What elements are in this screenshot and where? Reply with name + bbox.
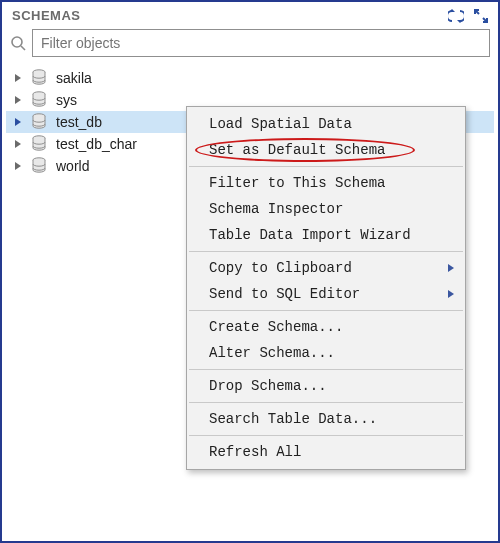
menu-separator bbox=[189, 402, 463, 403]
database-icon bbox=[30, 113, 48, 131]
schema-item-label: sakila bbox=[56, 67, 92, 89]
context-menu-item-label: Table Data Import Wizard bbox=[209, 227, 411, 243]
context-menu-item[interactable]: Table Data Import Wizard bbox=[187, 222, 465, 248]
context-menu-item-label: Create Schema... bbox=[209, 319, 343, 335]
database-icon bbox=[30, 91, 48, 109]
expand-triangle-icon[interactable] bbox=[12, 160, 24, 172]
submenu-arrow-icon bbox=[447, 289, 455, 299]
expand-triangle-icon[interactable] bbox=[12, 116, 24, 128]
context-menu-item[interactable]: Schema Inspector bbox=[187, 196, 465, 222]
context-menu-item[interactable]: Send to SQL Editor bbox=[187, 281, 465, 307]
submenu-arrow-icon bbox=[447, 263, 455, 273]
schema-context-menu: Load Spatial DataSet as Default SchemaFi… bbox=[186, 106, 466, 470]
context-menu-item-label: Load Spatial Data bbox=[209, 116, 352, 132]
panel-header: SCHEMAS bbox=[2, 2, 498, 27]
svg-marker-10 bbox=[15, 118, 21, 126]
context-menu-item[interactable]: Set as Default Schema bbox=[187, 137, 465, 163]
expand-triangle-icon[interactable] bbox=[12, 138, 24, 150]
context-menu-item[interactable]: Refresh All bbox=[187, 439, 465, 465]
context-menu-item-label: Refresh All bbox=[209, 444, 301, 460]
expand-triangle-icon[interactable] bbox=[12, 94, 24, 106]
search-icon bbox=[10, 35, 26, 51]
context-menu-item[interactable]: Load Spatial Data bbox=[187, 111, 465, 137]
svg-marker-17 bbox=[448, 290, 454, 298]
expand-icon[interactable] bbox=[474, 9, 488, 23]
svg-marker-16 bbox=[448, 264, 454, 272]
context-menu-item[interactable]: Filter to This Schema bbox=[187, 170, 465, 196]
svg-marker-8 bbox=[15, 96, 21, 104]
context-menu-item[interactable]: Search Table Data... bbox=[187, 406, 465, 432]
schema-item-label: sys bbox=[56, 89, 77, 111]
svg-line-3 bbox=[483, 18, 486, 21]
filter-objects-input[interactable] bbox=[32, 29, 490, 57]
context-menu-item-label: Filter to This Schema bbox=[209, 175, 385, 191]
refresh-icon[interactable] bbox=[448, 9, 464, 23]
context-menu-item-label: Alter Schema... bbox=[209, 345, 335, 361]
svg-point-4 bbox=[12, 37, 22, 47]
search-row bbox=[2, 27, 498, 63]
menu-separator bbox=[189, 310, 463, 311]
svg-line-2 bbox=[476, 11, 479, 14]
context-menu-item[interactable]: Alter Schema... bbox=[187, 340, 465, 366]
schemas-panel: SCHEMAS bbox=[0, 0, 500, 543]
database-icon bbox=[30, 157, 48, 175]
context-menu-item[interactable]: Drop Schema... bbox=[187, 373, 465, 399]
schema-item-label: test_db_char bbox=[56, 133, 137, 155]
menu-separator bbox=[189, 166, 463, 167]
context-menu-item-label: Set as Default Schema bbox=[209, 142, 385, 158]
svg-marker-14 bbox=[15, 162, 21, 170]
expand-triangle-icon[interactable] bbox=[12, 72, 24, 84]
context-menu-item[interactable]: Create Schema... bbox=[187, 314, 465, 340]
database-icon bbox=[30, 69, 48, 87]
context-menu-item-label: Drop Schema... bbox=[209, 378, 327, 394]
svg-marker-6 bbox=[15, 74, 21, 82]
menu-separator bbox=[189, 369, 463, 370]
context-menu-item[interactable]: Copy to Clipboard bbox=[187, 255, 465, 281]
panel-title: SCHEMAS bbox=[12, 8, 81, 23]
database-icon bbox=[30, 135, 48, 153]
context-menu-item-label: Search Table Data... bbox=[209, 411, 377, 427]
menu-separator bbox=[189, 435, 463, 436]
schema-item-label: world bbox=[56, 155, 89, 177]
context-menu-item-label: Send to SQL Editor bbox=[209, 286, 360, 302]
svg-marker-12 bbox=[15, 140, 21, 148]
header-icon-group bbox=[448, 9, 488, 23]
context-menu-item-label: Copy to Clipboard bbox=[209, 260, 352, 276]
context-menu-item-label: Schema Inspector bbox=[209, 201, 343, 217]
menu-separator bbox=[189, 251, 463, 252]
schema-item-label: test_db bbox=[56, 111, 102, 133]
svg-line-5 bbox=[21, 46, 25, 50]
schema-item[interactable]: sakila bbox=[6, 67, 494, 89]
